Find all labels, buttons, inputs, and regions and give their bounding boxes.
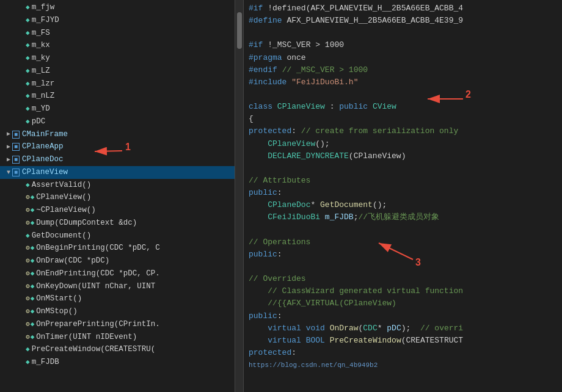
- main-container: ◆m_fjw ◆m_FJYD ◆m_FS ◆m_kx ◆m_ky ◆m_LZ ◆…: [0, 0, 562, 392]
- field-icon: ◆: [26, 78, 30, 90]
- tree-item-label: m_ky: [32, 53, 50, 64]
- class-icon: ■: [12, 154, 20, 165]
- tree-item-CPlaneDoc[interactable]: ▶■CPlaneDoc: [0, 153, 235, 166]
- tree-item-m_lzr[interactable]: ◆m_lzr: [0, 78, 235, 90]
- func2-icon: ⚙◆: [26, 205, 34, 216]
- field-icon: ◆: [26, 2, 30, 13]
- tree-item-label: m_FJYD: [32, 15, 59, 26]
- tree-item-label: m_LZ: [32, 65, 50, 77]
- func-icon: ◆: [26, 180, 30, 191]
- tree-item-m_YD[interactable]: ◆m_YD: [0, 103, 235, 115]
- tree-item-OnPreparePrinting[interactable]: ⚙◆OnPreparePrinting(CPrintIn.: [0, 318, 235, 331]
- scrollbar-thumb[interactable]: [237, 12, 242, 49]
- tree-item-label: Dump(CDumpContext &dc): [36, 217, 137, 229]
- func2-icon: ⚙◆: [26, 293, 34, 305]
- collapse-icon[interactable]: ▼: [5, 168, 12, 177]
- tree-item-label: CPlaneView: [22, 167, 68, 178]
- tree-item-OnMStop[interactable]: ⚙◆OnMStop(): [0, 305, 235, 318]
- tree-item-OnBeginPrinting[interactable]: ⚙◆OnBeginPrinting(CDC *pDC, C: [0, 242, 235, 255]
- func2-icon: ⚙◆: [26, 192, 34, 203]
- tree-item-label: CPlaneDoc: [22, 154, 64, 165]
- code-content: #if !defined(AFX_PLANEVIEW_H__2B5A66EB_A…: [249, 2, 557, 371]
- tree-item-label: CMainFrame: [22, 129, 68, 140]
- tree-scrollbar[interactable]: [235, 0, 244, 392]
- tree-item-PreCreateWindow[interactable]: ◆PreCreateWindow(CREATESTRU(: [0, 343, 235, 356]
- func2-icon: ⚙◆: [26, 255, 34, 267]
- field-icon: ◆: [26, 344, 30, 355]
- field-icon: ◆: [26, 53, 30, 64]
- tree-item-label: GetDocument(): [32, 230, 92, 242]
- field-icon: ◆: [26, 65, 30, 77]
- tree-item-m_FS[interactable]: ◆m_FS: [0, 27, 235, 40]
- class-icon: ■: [12, 141, 20, 153]
- tree-item-label: OnEndPrinting(CDC *pDC, CP.: [36, 268, 160, 280]
- field-icon: ◆: [26, 27, 30, 39]
- tree-item-label: m_kx: [32, 40, 50, 51]
- tree-item-label: pDC: [32, 116, 46, 128]
- tree-item-label: OnTimer(UINT nIDEvent): [36, 332, 137, 343]
- tree-item-label: ~CPlaneView(): [36, 205, 96, 216]
- class-icon: ■: [12, 129, 20, 140]
- tree-item-m_nLZ[interactable]: ◆m_nLZ: [0, 90, 235, 103]
- field-icon: ◆: [26, 357, 30, 368]
- tree-item-OnEndPrinting[interactable]: ⚙◆OnEndPrinting(CDC *pDC, CP.: [0, 267, 235, 280]
- tree-item-label: CPlaneView(): [36, 192, 91, 203]
- tree-item-CPlaneApp[interactable]: ▶■CPlaneApp: [0, 140, 235, 153]
- tree-item-label: OnBeginPrinting(CDC *pDC, C: [36, 242, 160, 254]
- tree-item-label: AssertValid(): [32, 180, 92, 191]
- field-icon: ◆: [26, 230, 30, 242]
- tree-item-m_fjw[interactable]: ◆m_fjw: [0, 1, 235, 14]
- func2-icon: ⚙◆: [26, 217, 34, 229]
- tree-item-label: OnMStop(): [36, 306, 78, 318]
- func2-icon: ⚙◆: [26, 268, 34, 280]
- tree-item-OnKeyDown[interactable]: ⚙◆OnKeyDown(UINT nChar, UINT: [0, 280, 235, 293]
- tree-item-m_kx[interactable]: ◆m_kx: [0, 39, 235, 52]
- func2-icon: ⚙◆: [26, 319, 34, 330]
- expand-icon[interactable]: ▶: [5, 142, 12, 151]
- tree-item-label: OnDraw(CDC *pDC): [36, 255, 109, 267]
- expand-icon[interactable]: ▶: [5, 129, 12, 139]
- tree-item-m_FJYD[interactable]: ◆m_FJYD: [0, 14, 235, 27]
- tree-item-label: PreCreateWindow(CREATESTRU(: [32, 344, 156, 355]
- tree-item-label: OnKeyDown(UINT nChar, UINT: [36, 281, 155, 292]
- tree-item-Dump[interactable]: ⚙◆Dump(CDumpContext &dc): [0, 217, 235, 230]
- func2-icon: ⚙◆: [26, 242, 34, 254]
- tree-item-CPlaneViewCtor[interactable]: ⚙◆CPlaneView(): [0, 191, 235, 204]
- tree-item-GetDocument[interactable]: ◆GetDocument(): [0, 230, 235, 242]
- expand-icon[interactable]: ▶: [5, 155, 12, 164]
- tree-item-label: m_nLZ: [32, 90, 55, 102]
- tree-item-m_FJDB[interactable]: ◆m_FJDB: [0, 356, 235, 369]
- func2-icon: ⚙◆: [26, 306, 34, 318]
- code-editor-panel[interactable]: #if !defined(AFX_PLANEVIEW_H__2B5A66EB_A…: [244, 0, 562, 392]
- tree-item-label: m_YD: [32, 103, 50, 115]
- field-icon: ◆: [26, 40, 30, 51]
- field-icon: ◆: [26, 15, 30, 26]
- func2-icon: ⚙◆: [26, 281, 34, 292]
- field-icon: ◆: [26, 116, 30, 128]
- tree-item-label: m_FJDB: [32, 357, 59, 368]
- tree-item-label: m_lzr: [32, 78, 55, 90]
- tree-item-CPlaneView[interactable]: ▼■CPlaneView: [0, 166, 235, 179]
- tree-item-pDC[interactable]: ◆pDC: [0, 115, 235, 128]
- tree-item-label: CPlaneApp: [22, 141, 64, 153]
- tree-item-m_ky[interactable]: ◆m_ky: [0, 52, 235, 65]
- field-icon: ◆: [26, 90, 30, 102]
- field-icon: ◆: [26, 103, 30, 115]
- tree-item-label: m_fjw: [32, 2, 55, 13]
- tree-item-OnDraw[interactable]: ⚙◆OnDraw(CDC *pDC): [0, 255, 235, 267]
- class-icon: ■: [12, 167, 20, 178]
- tree-item-OnMStart[interactable]: ⚙◆OnMStart(): [0, 292, 235, 305]
- tree-item-CMainFrame[interactable]: ▶■CMainFrame: [0, 128, 235, 141]
- tree-item-m_LZ[interactable]: ◆m_LZ: [0, 65, 235, 78]
- tree-item-AssertValid[interactable]: ◆AssertValid(): [0, 179, 235, 192]
- tree-item-label: OnMStart(): [36, 293, 82, 305]
- tree-item-label: OnPreparePrinting(CPrintIn.: [36, 319, 160, 330]
- tree-view-panel[interactable]: ◆m_fjw ◆m_FJYD ◆m_FS ◆m_kx ◆m_ky ◆m_LZ ◆…: [0, 0, 235, 392]
- func2-icon: ⚙◆: [26, 332, 34, 343]
- tree-item-CPlaneViewDtor[interactable]: ⚙◆~CPlaneView(): [0, 204, 235, 217]
- tree-item-label: m_FS: [32, 27, 50, 39]
- tree-item-OnTimer[interactable]: ⚙◆OnTimer(UINT nIDEvent): [0, 331, 235, 344]
